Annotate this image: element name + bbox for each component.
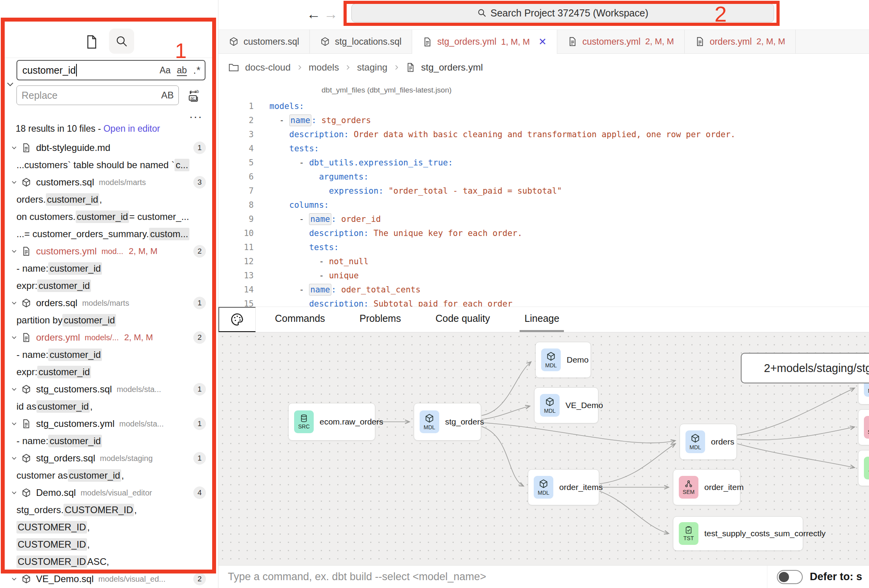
search-result-match[interactable]: partition by customer_id (5, 312, 212, 329)
project-search-bar[interactable]: Search Project 372475 (Workspace) (351, 4, 774, 22)
command-input[interactable]: Type a command, ex. dbt build --select <… (228, 566, 486, 588)
code-line[interactable]: 14 - name: oder_total_cents (218, 283, 869, 297)
node-type-label: SEM (683, 489, 694, 495)
close-tab-icon[interactable]: ✕ (538, 36, 547, 47)
editor-tab-customers-sql[interactable]: customers.sql (218, 30, 310, 53)
code-line[interactable]: 11 tests: (218, 240, 869, 254)
open-in-editor-link[interactable]: Open in editor (104, 123, 160, 134)
search-result-match[interactable]: CUSTOMER_ID, (5, 536, 212, 553)
node-type-label: SRC (298, 423, 310, 430)
breadcrumb-segment[interactable]: staging (357, 62, 387, 73)
search-result-file[interactable]: orders.sqlmodels/marts1 (5, 294, 212, 312)
code-line[interactable]: 15 description: Subtotal paid for each o… (218, 297, 869, 307)
search-result-match[interactable]: customer as customer_id, (5, 467, 212, 484)
code-editor[interactable]: dbt_yml_files (dbt_yml_files-latest.json… (218, 80, 869, 307)
search-input[interactable]: customer_id Aa ab .* (16, 60, 205, 80)
code-line[interactable]: 7 expression: "order_total - tax_paid = … (218, 184, 869, 198)
search-result-file[interactable]: customers.sqlmodels/marts3 (5, 174, 212, 191)
code-line[interactable]: 2 - name: stg_orders (218, 113, 869, 127)
editor-tab-stg_orders-yml[interactable]: stg_orders.yml1, M, M✕ (412, 30, 557, 54)
lineage-node-demo[interactable]: MDLDemo (535, 342, 591, 378)
search-result-match[interactable]: - name: customer_id (5, 260, 212, 277)
panel-tab-commands[interactable]: Commands (270, 307, 330, 332)
search-result-match[interactable]: ...= customer_orders_summary.custom... (5, 225, 212, 243)
search-result-match[interactable]: CUSTOMER_ID ASC, (5, 553, 212, 570)
code-line[interactable]: 5 - dbt_utils.expression_is_true: (218, 156, 869, 170)
breadcrumb[interactable]: docs-cloudmodelsstaging stg_orders.yml (218, 54, 869, 80)
search-result-file[interactable]: dbt-styleguide.md1 (5, 139, 212, 156)
code-token: oder_total_cents (341, 285, 420, 294)
lineage-node-partial-test[interactable]: TST (858, 450, 869, 486)
match-case-button[interactable]: Aa (160, 65, 171, 76)
search-result-match[interactable]: ...customers` table should be named `c..… (5, 156, 212, 174)
search-result-match[interactable]: id as customer_id, (5, 398, 212, 415)
code-line[interactable]: 10 description: The unique key for each … (218, 226, 869, 240)
lineage-node-ecom-raw-orders[interactable]: SRCecom.raw_orders (288, 403, 375, 441)
match-text: ...customers` table should be named ` (16, 160, 175, 171)
toggle-replace-chevron-icon[interactable] (5, 79, 16, 90)
line-number: 5 (218, 156, 254, 170)
defer-toggle[interactable] (777, 570, 803, 584)
code-line[interactable]: 6 arguments: (218, 170, 869, 184)
search-result-match[interactable]: expr: customer_id (5, 363, 212, 381)
lineage-node-stg-orders[interactable]: MDLstg_orders (414, 403, 481, 441)
replace-all-icon[interactable]: ab ac (185, 87, 203, 105)
search-result-file[interactable]: Demo.sqlmodels/visual_editor4 (5, 484, 212, 501)
editor-tab-stg_locations-sql[interactable]: stg_locations.sql (310, 30, 412, 53)
preserve-case-button[interactable]: AB (161, 90, 174, 101)
regex-button[interactable]: .* (193, 64, 201, 76)
editor-tab-customers-yml[interactable]: customers.yml2, M, M (557, 30, 685, 53)
match-text: , (87, 539, 90, 550)
search-result-match[interactable]: expr: customer_id (5, 277, 212, 294)
editor-tab-orders-yml[interactable]: orders.yml2, M, M (685, 30, 796, 53)
search-result-file[interactable]: stg_customers.sqlmodels/sta...1 (5, 381, 212, 398)
search-result-file[interactable]: orders.ymlmodels/...2, M, M2 (5, 329, 212, 346)
mdl-icon (424, 413, 434, 423)
node-type-badge: SEM (864, 416, 869, 439)
lineage-node-test-supply-costs-sum-correctly[interactable]: TSTtest_supply_costs_sum_correctly (673, 516, 803, 551)
lineage-node-order-items[interactable]: MDLorder_items (528, 469, 599, 505)
code-line[interactable]: 3 description: Order data with basic cle… (218, 127, 869, 142)
forward-button[interactable]: → (324, 5, 338, 23)
search-result-match[interactable]: stg_orders.CUSTOMER_ID, (5, 501, 212, 519)
lineage-node-order-item[interactable]: SEMorder_item (673, 469, 740, 505)
search-panel-icon[interactable] (109, 29, 134, 54)
panel-tab-problems[interactable]: Problems (355, 307, 406, 332)
search-result-match[interactable]: - name: customer_id (5, 346, 212, 363)
back-button[interactable]: ← (307, 5, 321, 23)
lineage-node-ve-demo[interactable]: MDLVE_Demo (534, 387, 598, 423)
panel-tab-code-quality[interactable]: Code quality (431, 307, 494, 332)
code-line[interactable]: 12 - not_null (218, 254, 869, 269)
lineage-node-partial-semantic[interactable]: SEM (858, 409, 869, 445)
lineage-filter-box[interactable]: 2+models/staging/stg_or (741, 353, 869, 383)
search-result-match[interactable]: - name: customer_id (5, 432, 212, 450)
panel-tab-lineage[interactable]: Lineage (520, 307, 564, 332)
code-line[interactable]: 1models: (218, 99, 869, 113)
search-result-file[interactable]: customers.ymlmod...2, M, M2 (5, 243, 212, 260)
file-explorer-icon[interactable] (84, 33, 101, 51)
search-result-file[interactable]: stg_customers.ymlmodels/sta...1 (5, 415, 212, 432)
more-actions-button[interactable]: ... (186, 106, 206, 122)
breadcrumb-segment[interactable]: models (309, 62, 339, 73)
search-result-match[interactable]: CUSTOMER_ID, (5, 519, 212, 536)
search-result-file[interactable]: VE_Demo.sqlmodels/visual_ed...2 (5, 570, 212, 588)
search-result-match[interactable]: on customers.customer_id = customer_... (5, 208, 212, 225)
replace-input[interactable]: Replace AB (16, 85, 179, 105)
code-line[interactable]: 9 - name: order_id (218, 212, 869, 226)
node-type-label: MDL (538, 490, 549, 496)
code-line[interactable]: 13 - unique (218, 269, 869, 283)
whole-word-button[interactable]: ab (177, 65, 187, 76)
search-result-file[interactable]: stg_orders.sqlmodels/staging1 (5, 450, 212, 467)
match-text: ...= customer_orders_summary. (16, 229, 149, 240)
search-result-match[interactable]: orders.customer_id, (5, 191, 212, 208)
theme-palette-icon[interactable] (218, 307, 256, 332)
line-number: 2 (218, 113, 254, 127)
code-line[interactable]: 4 tests: (218, 142, 869, 156)
match-count-badge: 1 (193, 383, 206, 396)
lineage-node-orders[interactable]: MDLorders (680, 424, 737, 460)
node-type-badge: SRC (294, 410, 314, 433)
breadcrumb-segment[interactable]: docs-cloud (245, 62, 291, 73)
lineage-canvas[interactable]: SRCecom.raw_ordersMDLstg_ordersMDLDemoMD… (218, 332, 869, 565)
match-count-badge: 1 (193, 297, 206, 309)
code-line[interactable]: 8 columns: (218, 198, 869, 212)
